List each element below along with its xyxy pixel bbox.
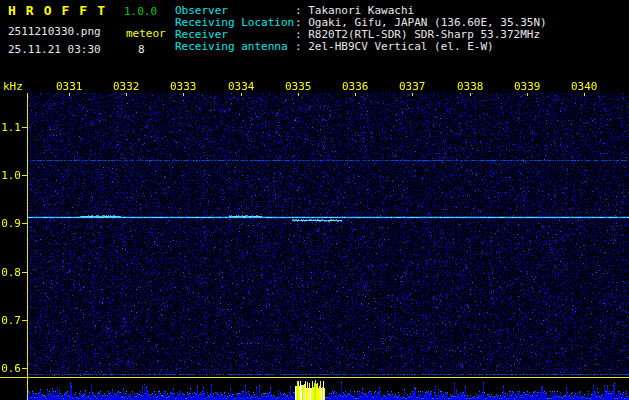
- y-tick-label: 0.6: [0, 362, 21, 375]
- y-tick-label: 0.9: [0, 217, 21, 230]
- datetime-label: 25.11.21 03:30: [8, 43, 101, 56]
- x-tick-label: 0331: [56, 80, 83, 93]
- app-version: 1.0.0: [124, 5, 157, 18]
- x-tick-label: 0340: [571, 80, 598, 93]
- x-tick-label: 0333: [170, 80, 197, 93]
- info-value: 2el-HB9CV Vertical (el. E-W): [308, 40, 493, 53]
- x-tick-label: 0337: [399, 80, 426, 93]
- station-info: Observer: Takanori Kawachi Receiving Loc…: [175, 5, 547, 53]
- info-label: Receiving antenna: [175, 41, 295, 53]
- y-tick-label: 0.8: [0, 266, 21, 279]
- x-tick-label: 0338: [457, 80, 484, 93]
- mode-label: meteor: [126, 27, 166, 40]
- y-axis-unit-label: kHz: [3, 80, 23, 93]
- meteor-count-label: 8: [138, 43, 145, 56]
- spectrogram-canvas: [0, 78, 629, 400]
- x-tick-label: 0336: [342, 80, 369, 93]
- y-tick-label: 1.0: [0, 169, 21, 182]
- y-tick-label: 0.7: [0, 314, 21, 327]
- output-filename: 2511210330.png: [8, 25, 101, 38]
- x-tick-label: 0334: [228, 80, 255, 93]
- app-title: HROFFT: [8, 3, 115, 18]
- info-row-antenna: Receiving antenna: 2el-HB9CV Vertical (e…: [175, 41, 547, 53]
- x-tick-label: 0339: [514, 80, 541, 93]
- x-tick-label: 0332: [113, 80, 140, 93]
- x-tick-label: 0335: [285, 80, 312, 93]
- y-tick-label: 1.1: [0, 121, 21, 134]
